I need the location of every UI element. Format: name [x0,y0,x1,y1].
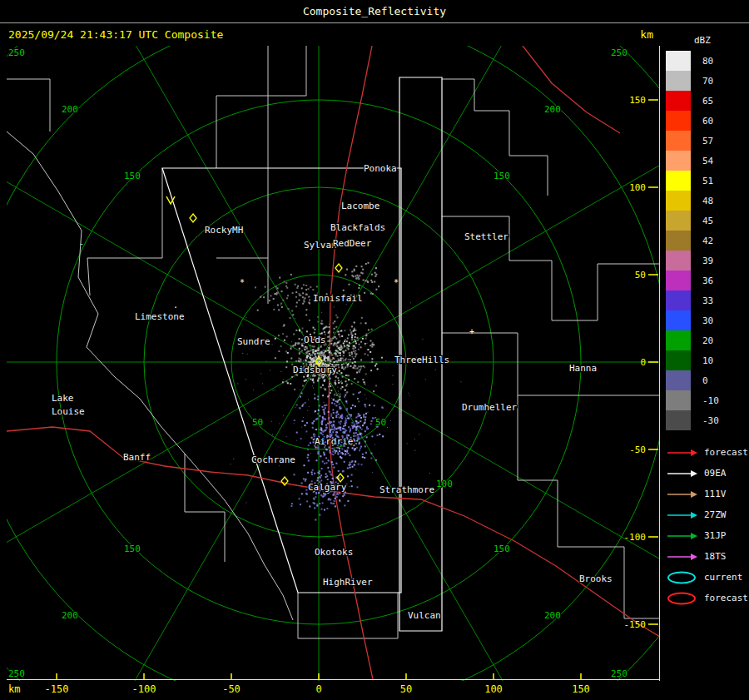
county-boundary-line [268,46,306,96]
dbz-scale-row: 48 [666,191,749,211]
radar-site-diamond-icon [335,264,342,272]
city-label-lacombe: Lacombe [341,201,379,211]
dbz-scale-row: 36 [666,271,749,290]
dbz-color-swatch [666,330,691,350]
bottom-axis-label: -150 [45,683,69,695]
map-speck: . [173,300,178,310]
ring-distance-label: 200 [62,104,78,115]
bottom-axis-label: 100 [484,683,503,695]
map-speck: - [79,239,84,248]
map-speck: + [469,327,474,336]
dbz-value-label: -10 [702,395,719,406]
city-label-ponoka: Ponoka [364,163,397,174]
right-axis-label: 100 [629,182,646,193]
ring-distance-label: 250 [8,47,25,58]
city-label-vulcan: Vulcan [408,610,441,621]
track-arrow-icon [666,467,699,480]
county-boundary-line [518,395,660,618]
ring-distance-label: 200 [544,104,561,115]
dbz-color-swatch [666,91,691,111]
highway-line [7,427,660,637]
dbz-value-label: 36 [702,276,713,286]
dbz-scale-row: 60 [666,111,749,131]
ring-distance-label: 250 [611,668,627,679]
ring-distance-label: 150 [124,171,141,181]
track-legend-row: forecast [666,442,749,463]
dbz-color-swatch [666,131,691,151]
ring-distance-label: 150 [494,171,510,181]
radar-window: Composite_Reflectivity 2025/09/24 21:43:… [0,0,749,700]
ring-distance-label: 200 [544,610,561,621]
city-label-olds: Olds [304,335,326,345]
city-label-strathmore: Strathmore [379,484,434,495]
dbz-value-label: 0 [702,375,708,386]
dbz-scale-row: -30 [666,410,749,430]
dbz-value-label: 48 [702,196,713,206]
track-ellipse-icon [666,592,699,605]
bottom-axis-label: -50 [222,683,241,695]
track-arrow-icon [666,488,699,501]
dbz-value-label: 70 [702,76,713,87]
map-speck: * [394,278,399,287]
track-legend-row: 09EA [666,463,749,484]
dbz-scale-row: 0 [666,370,749,390]
bottom-axis-label: 50 [400,683,412,695]
radar-map-canvas[interactable]: 2502001502502001501502002501502002505010… [7,46,660,681]
dbz-scale-row: 57 [666,131,749,151]
dbz-color-swatch [666,271,691,290]
ring-distance-label: 200 [62,610,78,621]
radar-site-markers: **+-. [79,196,474,485]
ring-distance-label: 50 [252,417,263,428]
dbz-color-swatch [666,390,691,410]
dbz-value-label: -30 [702,415,719,426]
city-label-sylvan: Sylvan [304,240,337,251]
city-label-louise: Louise [52,406,85,417]
track-label: forecast [704,447,748,458]
dbz-scale-row: 42 [666,231,749,251]
city-label-highriver: HighRiver [323,577,373,588]
dbz-value-label: 51 [702,176,713,186]
dbz-color-swatch [666,191,691,211]
ring-distance-label: 150 [494,544,510,554]
dbz-color-scale: 807065605754514845423936333020100-10-30 [666,51,749,430]
ring-distance-label: 250 [611,47,627,58]
city-label-stettler: Stettler [464,231,508,242]
dbz-scale-row: 54 [666,151,749,171]
dbz-value-label: 57 [702,136,713,146]
city-label-hanna: Hanna [569,363,597,374]
dbz-color-swatch [666,171,691,191]
ring-distance-label: 250 [8,668,25,679]
dbz-scale-row: 39 [666,251,749,271]
dbz-color-swatch [666,111,691,131]
dbz-color-swatch [666,350,691,370]
range-spoke [319,362,660,595]
right-axis-label: 150 [629,95,646,106]
dbz-color-swatch [666,410,691,430]
track-legend-row: forecast [666,588,749,608]
track-label: 27ZW [704,509,727,520]
dbz-scale-row: 30 [666,310,749,330]
track-arrow-icon [666,550,699,563]
county-boundary-line [87,168,162,295]
track-arrow-icon [666,509,699,522]
city-label-sundre: Sundre [237,336,270,347]
track-arrow-icon [666,446,699,459]
dbz-title: dBZ [694,35,749,46]
dbz-scale-row: 80 [666,51,749,71]
dbz-color-swatch [666,211,691,231]
city-label-drumheller: Drumheller [462,402,518,413]
city-label-okotoks: Okotoks [315,547,353,558]
radar-site-diamond-icon [190,214,196,222]
track-label: forecast [704,593,748,603]
dbz-value-label: 65 [702,96,713,107]
dbz-color-swatch [666,251,691,271]
dbz-value-label: 20 [702,335,713,346]
city-label-rockymh: RockyMH [205,225,243,236]
dbz-color-swatch [666,370,691,390]
dbz-scale-row: -10 [666,390,749,410]
dbz-value-label: 60 [702,116,713,127]
track-label: 18TS [704,551,727,562]
city-label-innisfail: Innisfail [313,293,363,304]
dbz-scale-row: 70 [666,71,749,91]
legend-sidebar: dBZ 807065605754514845423936333020100-10… [666,23,749,700]
